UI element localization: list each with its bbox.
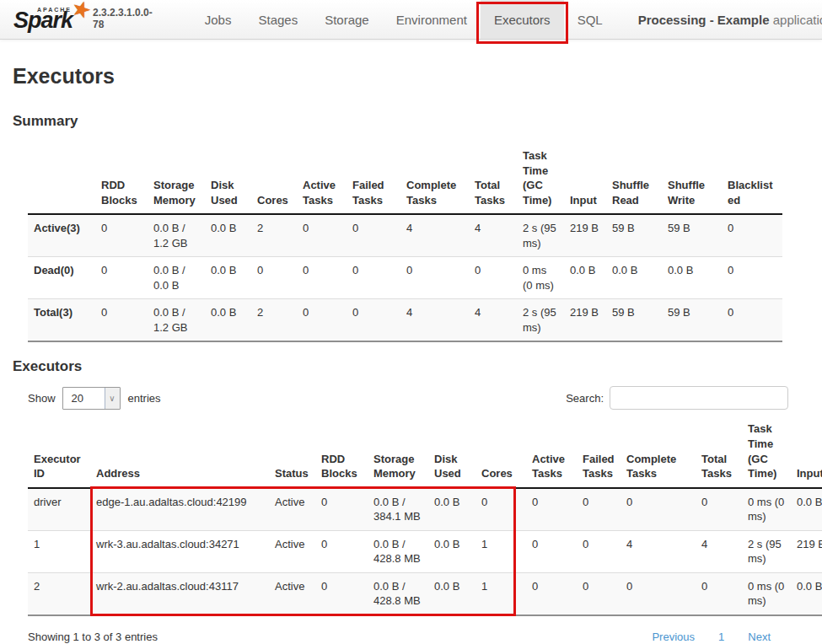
summary-table: RDD BlocksStorage MemoryDisk UsedCoresAc… bbox=[28, 142, 782, 342]
summary-cell: 0.0 B / 0.0 B bbox=[148, 257, 205, 299]
executor-cell: 4 bbox=[621, 530, 696, 572]
executor-cell: 2 bbox=[28, 572, 90, 615]
summary-column-header: Shuffle Write bbox=[662, 142, 722, 214]
executor-cell: 0 bbox=[526, 488, 577, 531]
summary-cell: 0.0 B bbox=[205, 299, 251, 342]
summary-cell: 0.0 B / 1.2 GB bbox=[148, 214, 205, 257]
executor-cell: 0 bbox=[315, 572, 368, 615]
page-size-group: Show 20 ∨ entries bbox=[28, 387, 161, 410]
summary-cell: 59 B bbox=[662, 214, 722, 257]
executors-column-header[interactable]: Executor ID bbox=[28, 416, 90, 487]
executors-table: Executor IDAddressStatusRDD BlocksStorag… bbox=[28, 416, 822, 615]
pagination-page-1[interactable]: 1 bbox=[706, 631, 736, 643]
executor-cell: 0 bbox=[577, 572, 621, 615]
nav-tab-executors[interactable]: Executors bbox=[481, 0, 564, 39]
summary-cell: 0 bbox=[347, 299, 400, 342]
summary-cell: 0 bbox=[95, 257, 148, 299]
table-footer: Showing 1 to 3 of 3 entries Previous 1 N… bbox=[28, 631, 782, 643]
executor-cell: 0 bbox=[696, 488, 742, 531]
page-size-select[interactable]: 20 ∨ bbox=[62, 387, 121, 410]
executors-column-header[interactable]: Storage Memory bbox=[368, 416, 428, 487]
executor-cell: 0.0 B bbox=[791, 488, 822, 531]
executor-cell: edge-1.au.adaltas.cloud:42199 bbox=[90, 488, 269, 531]
nav-tab-storage[interactable]: Storage bbox=[311, 0, 383, 39]
executor-cell: 0.0 B bbox=[428, 530, 475, 572]
summary-cell: 0.0 B bbox=[205, 257, 251, 299]
nav-tab-stages[interactable]: Stages bbox=[244, 0, 311, 39]
executors-column-header[interactable]: Active Tasks bbox=[526, 416, 577, 487]
executors-column-header[interactable]: Address bbox=[90, 416, 269, 487]
summary-column-header: Input bbox=[564, 142, 606, 214]
summary-row-label: Active(3) bbox=[28, 214, 95, 257]
executors-column-header[interactable]: Cores bbox=[475, 416, 526, 487]
show-label: Show bbox=[28, 392, 56, 405]
nav-tab-environment[interactable]: Environment bbox=[383, 0, 481, 39]
executor-cell: 0 ms (0 ms) bbox=[742, 572, 791, 615]
brand: APACHE Spark ★ 2.3.2.3.1.0.0-78 bbox=[12, 6, 153, 34]
summary-cell: 0 bbox=[469, 257, 517, 299]
summary-cell: 4 bbox=[469, 214, 517, 257]
summary-cell: 0.0 B / 1.2 GB bbox=[148, 299, 205, 342]
summary-cell: 0.0 B bbox=[606, 257, 662, 299]
executors-column-header[interactable]: Total Tasks bbox=[696, 416, 742, 487]
executor-row: 2wrk-2.au.adaltas.cloud:43117Active00.0 … bbox=[28, 572, 822, 615]
executors-column-header[interactable]: RDD Blocks bbox=[315, 416, 368, 487]
pagination-previous[interactable]: Previous bbox=[640, 631, 706, 643]
executor-row: driveredge-1.au.adaltas.cloud:42199Activ… bbox=[28, 488, 822, 531]
apache-label: APACHE bbox=[37, 7, 72, 13]
summary-cell: 4 bbox=[400, 299, 469, 342]
executors-header-row: Executor IDAddressStatusRDD BlocksStorag… bbox=[28, 416, 822, 487]
summary-row: Total(3)00.0 B / 1.2 GB0.0 B200442 s (95… bbox=[28, 299, 782, 342]
summary-column-header: Shuffle Read bbox=[606, 142, 662, 214]
app-title-bold: Processing - Example bbox=[638, 13, 770, 27]
executor-cell: 1 bbox=[475, 530, 526, 572]
nav-tab-sql[interactable]: SQL bbox=[564, 0, 616, 39]
summary-row: Active(3)00.0 B / 1.2 GB0.0 B200442 s (9… bbox=[28, 214, 782, 257]
summary-column-header: Disk Used bbox=[205, 142, 251, 214]
summary-column-header: Total Tasks bbox=[469, 142, 517, 214]
summary-column-header: Active Tasks bbox=[297, 142, 347, 214]
spark-logo[interactable]: APACHE Spark ★ bbox=[12, 6, 88, 34]
entries-info: Showing 1 to 3 of 3 entries bbox=[28, 631, 158, 643]
executor-cell: Active bbox=[269, 572, 315, 615]
executor-cell: 0 bbox=[526, 572, 577, 615]
summary-cell: 59 B bbox=[606, 299, 662, 342]
executor-cell: 0.0 B bbox=[428, 572, 475, 615]
executors-column-header[interactable]: Input bbox=[791, 416, 822, 487]
search-input[interactable] bbox=[610, 386, 788, 410]
nav-tab-jobs[interactable]: Jobs bbox=[191, 0, 245, 39]
executor-row: 1wrk-3.au.adaltas.cloud:34271Active00.0 … bbox=[28, 530, 822, 572]
pagination-next[interactable]: Next bbox=[736, 631, 782, 643]
summary-cell: 59 B bbox=[606, 214, 662, 257]
executor-cell: 1 bbox=[28, 530, 90, 572]
search-group: Search: bbox=[566, 386, 788, 410]
executor-cell: Active bbox=[269, 530, 315, 572]
table-controls: Show 20 ∨ entries Search: bbox=[28, 386, 788, 410]
executors-column-header[interactable]: Status bbox=[269, 416, 315, 487]
summary-cell: 2 bbox=[251, 214, 297, 257]
summary-column-header: Task Time (GC Time) bbox=[517, 142, 564, 214]
summary-cell: 0 bbox=[297, 257, 347, 299]
summary-column-header: RDD Blocks bbox=[95, 142, 148, 214]
executors-column-header[interactable]: Complete Tasks bbox=[621, 416, 696, 487]
executors-column-header[interactable]: Disk Used bbox=[428, 416, 475, 487]
navbar: APACHE Spark ★ 2.3.2.3.1.0.0-78 JobsStag… bbox=[0, 0, 822, 40]
executor-cell: 0 bbox=[621, 572, 696, 615]
summary-row-label: Dead(0) bbox=[28, 257, 95, 299]
summary-cell: 0 ms (0 ms) bbox=[517, 257, 564, 299]
summary-cell: 2 s (95 ms) bbox=[517, 299, 564, 342]
summary-cell: 219 B bbox=[564, 214, 606, 257]
executor-cell: 0 bbox=[577, 530, 621, 572]
executor-cell: 0.0 B / 384.1 MB bbox=[368, 488, 428, 531]
executors-column-header[interactable]: Task Time (GC Time) bbox=[742, 416, 791, 487]
summary-row-label: Total(3) bbox=[28, 299, 95, 342]
summary-column-header: Blacklisted bbox=[722, 142, 782, 214]
app-title-rest: application UI bbox=[770, 13, 822, 27]
summary-heading: Summary bbox=[13, 113, 809, 130]
executor-cell: 0 bbox=[621, 488, 696, 531]
executors-column-header[interactable]: Failed Tasks bbox=[577, 416, 621, 487]
summary-column-header: Storage Memory bbox=[148, 142, 205, 214]
summary-cell: 0 bbox=[297, 299, 347, 342]
entries-label: entries bbox=[128, 392, 161, 405]
summary-cell: 4 bbox=[400, 214, 469, 257]
